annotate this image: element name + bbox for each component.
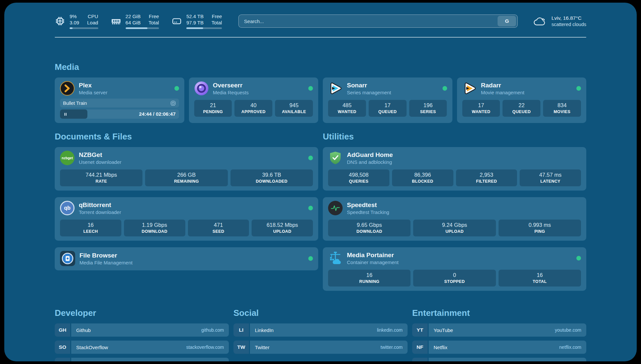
memory-total-value: 64 GiB [126, 19, 141, 26]
service-card-nzbget[interactable]: nzbget NZBGet Usenet downloader 744.21 M… [55, 147, 318, 191]
stat-box: 471SEED [188, 220, 249, 236]
section-title-documents: Documents & Files [55, 132, 318, 142]
service-desc: Media Requests [213, 89, 249, 96]
storage-widget: 52.4 TB 97.9 TB Free Total [171, 13, 222, 29]
status-dot [308, 86, 313, 91]
playback-time: 24:44 / 02:06:47 [139, 109, 176, 119]
bookmark-abbr: GH [55, 323, 70, 337]
section-utilities: Utilities AdGuard Home DNS and adblockin… [323, 132, 586, 291]
memory-widget: 22 GiB 64 GiB Free Total [111, 13, 159, 29]
memory-icon [111, 16, 121, 26]
status-dot [443, 86, 447, 91]
stat-box: 0STOPPED [413, 270, 496, 287]
service-card-portainer[interactable]: Media Portainer Container management 16R… [323, 247, 586, 291]
service-name: AdGuard Home [347, 151, 393, 159]
service-card-plex[interactable]: Plex Media server Bullet Train [55, 77, 184, 123]
session-user-icon [170, 100, 176, 106]
search-provider-button[interactable]: G [498, 16, 516, 26]
playback-progress-bar[interactable]: 24:44 / 02:06:47 [60, 109, 179, 119]
bookmark-abbr: SO [55, 341, 70, 354]
section-title-utilities: Utilities [323, 132, 586, 142]
stat-box: 9.65 GbpsDOWNLOAD [328, 220, 411, 236]
bookmark-name: LinkedIn [255, 327, 274, 333]
service-desc: Media File Management [79, 259, 133, 266]
storage-total-value: 97.9 TB [186, 19, 203, 26]
weather-condition: scattered clouds [551, 22, 586, 27]
plex-icon [60, 81, 75, 96]
stat-box: 618.52 MbpsUPLOAD [252, 220, 313, 236]
status-dot [308, 156, 313, 160]
bookmark-linkedin[interactable]: LI LinkedInlinkedin.com [233, 323, 408, 337]
service-desc: Container management [347, 259, 399, 265]
portainer-icon [328, 251, 343, 265]
stat-box: 17QUEUED [369, 100, 407, 117]
speedtest-icon [328, 201, 343, 215]
bookmarks-entertainment: Entertainment YT YouTubeyoutube.com NF N… [412, 308, 586, 361]
stat-box: 86,396BLOCKED [392, 169, 453, 186]
service-card-qbittorrent[interactable]: qb qBittorrent Torrent downloader 16LEEC… [55, 197, 318, 241]
memory-free-value: 22 GiB [126, 13, 141, 19]
service-desc: Usenet downloader [79, 159, 121, 165]
bookmark-stackoverflow[interactable]: SO StackOverflowstackoverflow.com [55, 341, 229, 354]
cpu-load-label: Load [87, 19, 98, 26]
service-card-adguard[interactable]: AdGuard Home DNS and adblocking 498,508Q… [323, 147, 586, 191]
bookmark-netflix[interactable]: NF Netflixnetflix.com [412, 341, 586, 354]
now-playing-title: Bullet Train [63, 101, 87, 106]
bookmark-youtube[interactable]: YT YouTubeyoutube.com [412, 323, 586, 337]
stat-box: 1.19 GbpsDOWNLOAD [124, 220, 185, 236]
service-card-sonarr[interactable]: Sonarr Series management 485WANTED 17QUE… [323, 77, 452, 123]
service-name: qBittorrent [79, 201, 121, 209]
qbittorrent-icon: qb [60, 201, 75, 215]
search-bar[interactable]: G [238, 15, 518, 28]
status-dot [576, 256, 581, 260]
storage-free-label: Free [211, 13, 222, 19]
status-dot [174, 86, 179, 91]
stat-box: 40APPROVED [234, 100, 272, 117]
bookmark-github[interactable]: GH Githubgithub.com [55, 323, 229, 337]
bookmark-name: Twitter [255, 345, 269, 350]
memory-total-label: Total [148, 19, 159, 26]
service-card-filebrowser[interactable]: File Browser Media File Management [55, 247, 318, 270]
service-card-speedtest[interactable]: Speedtest Speedtest Tracking 9.65 GbpsDO… [323, 197, 586, 241]
stat-box: 17WANTED [462, 100, 500, 117]
bookmark-domain: twitter.com [381, 345, 403, 350]
storage-free-value: 52.4 TB [186, 13, 203, 19]
now-playing-widget: Bullet Train 24:44 / 02:06:47 [60, 99, 179, 119]
bookmark-reddit[interactable]: RE Redditreddit.com [412, 358, 586, 361]
bookmark-name: StackOverflow [76, 345, 108, 350]
status-dot [308, 206, 313, 210]
section-media: Media Plex Media server Bullet Train [55, 62, 586, 123]
bookmark-domain: netflix.com [559, 345, 581, 350]
section-title-entertainment: Entertainment [412, 308, 586, 318]
bookmark-name: YouTube [434, 327, 453, 333]
stat-box: 0.993 msPING [499, 220, 581, 236]
service-name: Plex [79, 81, 107, 89]
weather-widget: Lviv, 16.87°C scattered clouds [532, 15, 586, 28]
bookmark-domain: youtube.com [555, 327, 581, 333]
service-name: Overseerr [213, 81, 249, 89]
service-desc: Media server [79, 89, 107, 96]
cpu-load-value: 3.09 [70, 19, 79, 26]
header-divider [55, 37, 586, 38]
bookmark-dev[interactable]: DT DEVdev.to [55, 358, 229, 361]
service-desc: Series management [347, 89, 391, 96]
service-card-radarr[interactable]: Radarr Movie management 17WANTED 22QUEUE… [457, 77, 587, 123]
cpu-progress-bar [70, 27, 98, 29]
bookmark-twitter[interactable]: TW Twittertwitter.com [233, 341, 408, 354]
bookmark-abbr: RE [412, 358, 428, 361]
stat-box: 945AVAILABLE [275, 100, 313, 117]
stat-box: 21PENDING [194, 100, 232, 117]
stat-box: 16LEECH [60, 220, 121, 236]
stat-box: 485WANTED [328, 100, 366, 117]
bookmark-name: Netflix [434, 345, 447, 350]
section-title-media: Media [55, 62, 586, 72]
bookmark-abbr: TW [233, 341, 249, 354]
bookmark-name: Github [76, 327, 91, 333]
pause-icon [63, 112, 68, 117]
stat-box: 266 GBREMAINING [145, 169, 228, 186]
service-name: Sonarr [347, 81, 391, 89]
service-card-overseerr[interactable]: Overseerr Media Requests 21PENDING 40APP… [189, 77, 319, 123]
search-input[interactable] [244, 18, 498, 24]
filebrowser-icon [60, 251, 75, 266]
weather-location-temp: Lviv, 16.87°C [551, 15, 586, 21]
